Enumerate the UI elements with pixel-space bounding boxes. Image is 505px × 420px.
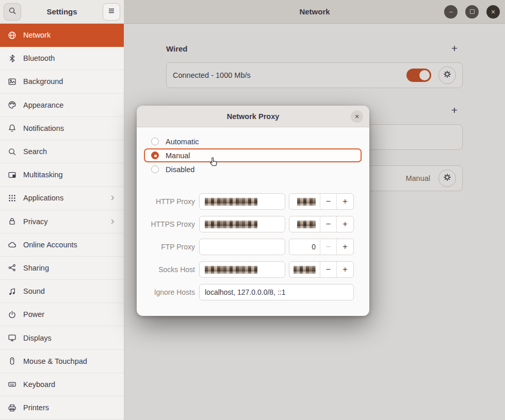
dialog-close-button[interactable]: × <box>351 110 363 123</box>
sidebar-item-label: Power <box>23 310 44 318</box>
port-value[interactable]: 0 <box>289 239 320 255</box>
port-value[interactable] <box>289 194 320 209</box>
displays-monitor-icon <box>8 333 17 342</box>
primary-menu-button[interactable] <box>103 3 120 21</box>
sidebar-item-displays[interactable]: Displays <box>0 326 124 349</box>
sidebar-item-keyboard[interactable]: Keyboard <box>0 373 124 396</box>
masked-host-value <box>205 198 257 206</box>
field-label: Socks Host <box>142 265 195 274</box>
keyboard-icon <box>8 380 17 389</box>
radio-row-automatic[interactable]: Automatic <box>144 135 362 148</box>
online-accounts-cloud-icon <box>8 240 17 249</box>
sidebar-item-power[interactable]: Power <box>0 303 124 326</box>
sidebar-item-multitasking[interactable]: Multitasking <box>0 163 124 187</box>
dialog-headerbar: Network Proxy × <box>137 106 369 127</box>
radio-label: Automatic <box>166 138 199 146</box>
sidebar-item-applications[interactable]: Applications <box>0 187 124 210</box>
ignore-hosts-row: Ignore Hosts localhost, 127.0.0.0/8, ::1 <box>142 284 354 300</box>
hamburger-menu-icon <box>107 7 116 17</box>
radio-row-manual[interactable]: Manual <box>144 148 362 162</box>
sidebar-item-label: Privacy <box>23 217 48 226</box>
masked-host-value <box>205 266 257 274</box>
ftp-proxy-host-input[interactable] <box>199 239 285 255</box>
sidebar-item-label: Bluetooth <box>23 54 55 62</box>
increment-button[interactable]: + <box>337 194 353 209</box>
appearance-palette-icon <box>8 100 17 109</box>
decrement-button: − <box>320 239 337 255</box>
increment-button[interactable]: + <box>337 216 353 232</box>
power-icon <box>8 310 17 319</box>
radio-label: Manual <box>166 152 190 160</box>
multitasking-windows-icon <box>8 171 17 179</box>
decrement-button[interactable]: − <box>320 216 337 232</box>
masked-host-value <box>205 221 257 228</box>
radio-row-disabled[interactable]: Disabled <box>144 162 362 176</box>
http-proxy-port-spinner: − + <box>289 193 354 210</box>
ignore-hosts-input[interactable]: localhost, 127.0.0.0/8, ::1 <box>199 284 354 300</box>
masked-port-value <box>297 221 316 228</box>
sidebar-item-label: Background <box>23 77 63 86</box>
radio-label: Disabled <box>166 165 194 174</box>
bluetooth-icon <box>8 54 17 63</box>
sidebar-item-background[interactable]: Background <box>0 70 124 93</box>
close-icon: × <box>355 112 359 121</box>
sidebar-item-bluetooth[interactable]: Bluetooth <box>0 47 124 70</box>
search-icon <box>8 147 17 156</box>
decrement-button[interactable]: − <box>320 262 337 277</box>
socks-port-spinner: − + <box>289 261 354 278</box>
privacy-lock-icon <box>8 217 17 226</box>
field-label: HTTP Proxy <box>142 197 195 206</box>
dialog-title: Network Proxy <box>227 112 280 121</box>
background-photo-icon <box>8 77 17 86</box>
sidebar-item-notifications[interactable]: Notifications <box>0 117 124 140</box>
field-label: FTP Proxy <box>142 243 195 251</box>
increment-button[interactable]: + <box>337 239 353 255</box>
sidebar-item-label: Multitasking <box>23 171 63 179</box>
network-globe-icon <box>8 31 17 40</box>
port-value[interactable] <box>289 262 320 277</box>
sidebar-item-label: Online Accounts <box>23 241 77 249</box>
sidebar-item-label: Notifications <box>23 124 64 132</box>
sidebar-item-online-accounts[interactable]: Online Accounts <box>0 233 124 257</box>
socks-host-input[interactable] <box>199 261 285 278</box>
https-proxy-host-input[interactable] <box>199 216 285 232</box>
sidebar-item-label: Displays <box>23 334 52 342</box>
http-proxy-host-input[interactable] <box>199 193 285 210</box>
sidebar-item-network[interactable]: Network <box>0 24 124 47</box>
sidebar-item-label: Mouse & Touchpad <box>23 357 87 365</box>
chevron-right-icon <box>109 194 116 201</box>
app-title: Settings <box>24 7 100 16</box>
sound-note-icon <box>8 287 17 296</box>
sidebar-item-sound[interactable]: Sound <box>0 280 124 303</box>
field-label: HTTPS Proxy <box>142 220 195 228</box>
sidebar-headerbar: Settings <box>0 0 124 24</box>
sidebar-item-sharing[interactable]: Sharing <box>0 257 124 280</box>
sharing-nodes-icon <box>8 263 17 272</box>
http-proxy-row: HTTP Proxy − + <box>142 193 354 210</box>
ftp-proxy-port-spinner: 0 − + <box>289 239 354 255</box>
sidebar-item-label: Sharing <box>23 264 49 272</box>
sidebar-item-appearance[interactable]: Appearance <box>0 94 124 117</box>
sidebar-item-label: Keyboard <box>23 380 55 389</box>
sidebar-item-label: Sound <box>23 287 45 295</box>
sidebar-item-label: Printers <box>23 404 49 412</box>
https-proxy-port-spinner: − + <box>289 216 354 232</box>
sidebar-item-label: Appearance <box>23 101 63 109</box>
mouse-icon <box>8 357 17 365</box>
sidebar-item-printers[interactable]: Printers <box>0 396 124 419</box>
sidebar-item-search[interactable]: Search <box>0 140 124 163</box>
field-label: Ignore Hosts <box>142 288 195 296</box>
search-icon <box>8 7 17 17</box>
decrement-button[interactable]: − <box>320 194 337 209</box>
notifications-bell-icon <box>8 124 17 132</box>
sidebar-item-mouse-touchpad[interactable]: Mouse & Touchpad <box>0 350 124 373</box>
sidebar: Settings Network Bluetooth Background <box>0 0 124 420</box>
port-value[interactable] <box>289 216 320 232</box>
https-proxy-row: HTTPS Proxy − + <box>142 216 354 232</box>
settings-window: Settings Network Bluetooth Background <box>0 0 505 420</box>
proxy-mode-options: Automatic Manual Disabled <box>144 135 362 176</box>
increment-button[interactable]: + <box>337 262 353 277</box>
socks-host-row: Socks Host − + <box>142 261 354 278</box>
sidebar-item-privacy[interactable]: Privacy <box>0 210 124 233</box>
search-button[interactable] <box>4 3 21 21</box>
